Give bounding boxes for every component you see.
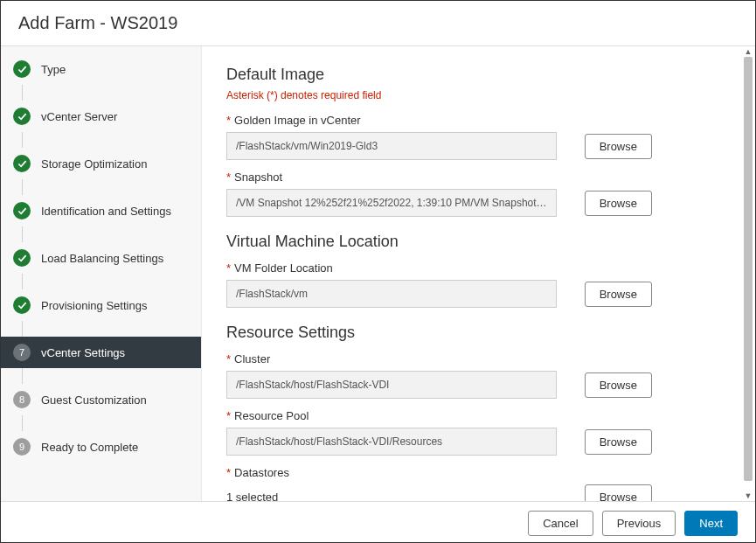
- check-icon: [13, 155, 31, 172]
- step-label: Load Balancing Settings: [41, 252, 163, 265]
- browse-button-snapshot[interactable]: Browse: [585, 191, 652, 216]
- step-number-icon: 7: [13, 344, 31, 361]
- browse-button-resource-pool[interactable]: Browse: [585, 429, 652, 455]
- sidebar-step-type[interactable]: Type: [1, 53, 201, 85]
- wizard-sidebar: Type vCenter Server Storage Optimization…: [1, 46, 202, 501]
- browse-button-datastores[interactable]: Browse: [585, 484, 652, 501]
- check-icon: [13, 108, 31, 125]
- label-cluster: *Cluster: [226, 352, 731, 365]
- check-icon: [13, 296, 31, 314]
- step-connector: [1, 85, 201, 101]
- step-connector: [1, 132, 201, 148]
- label-resource-pool: *Resource Pool: [226, 409, 731, 422]
- main-content: Default Image Asterisk (*) denotes requi…: [202, 46, 755, 501]
- scrollbar[interactable]: ▲ ▼: [743, 46, 753, 501]
- label-datastores: *Datastores: [226, 466, 731, 479]
- step-label: Identification and Settings: [41, 205, 171, 218]
- check-icon: [13, 202, 31, 219]
- datastores-selected-text: 1 selected: [226, 487, 278, 501]
- scroll-thumb[interactable]: [744, 57, 753, 481]
- sidebar-step-identification[interactable]: Identification and Settings: [1, 195, 201, 226]
- label-vm-folder: *VM Folder Location: [226, 261, 731, 275]
- step-label: Guest Customization: [41, 393, 147, 407]
- sidebar-step-load-balancing[interactable]: Load Balancing Settings: [1, 242, 201, 274]
- step-connector: [1, 274, 201, 289]
- scroll-track[interactable]: [744, 57, 753, 491]
- sidebar-step-vcenter-settings[interactable]: 7 vCenter Settings: [1, 337, 201, 368]
- cancel-button[interactable]: Cancel: [528, 511, 593, 536]
- sidebar-step-storage-optimization[interactable]: Storage Optimization: [1, 148, 201, 179]
- step-label: vCenter Settings: [41, 346, 125, 359]
- step-connector: [1, 226, 201, 242]
- input-resource-pool[interactable]: [226, 428, 557, 456]
- step-connector: [1, 368, 201, 384]
- check-icon: [13, 60, 31, 78]
- scroll-up-icon[interactable]: ▲: [745, 46, 753, 57]
- browse-button-vm-folder[interactable]: Browse: [585, 282, 652, 307]
- dialog-footer: Cancel Previous Next: [1, 501, 755, 543]
- section-title-vm-location: Virtual Machine Location: [226, 233, 731, 251]
- scroll-down-icon[interactable]: ▼: [745, 491, 753, 501]
- step-label: Provisioning Settings: [41, 299, 147, 312]
- input-snapshot[interactable]: [226, 189, 557, 217]
- input-vm-folder[interactable]: [226, 280, 557, 308]
- sidebar-step-guest-customization[interactable]: 8 Guest Customization: [1, 384, 201, 415]
- step-label: Type: [41, 63, 66, 76]
- check-icon: [13, 249, 31, 267]
- sidebar-step-vcenter-server[interactable]: vCenter Server: [1, 101, 201, 132]
- step-label: Ready to Complete: [41, 441, 138, 454]
- input-golden-image[interactable]: [226, 132, 557, 160]
- input-cluster[interactable]: [226, 371, 557, 399]
- step-label: vCenter Server: [41, 110, 117, 123]
- dialog-title: Add Farm - WS2019: [1, 1, 755, 46]
- sidebar-step-provisioning[interactable]: Provisioning Settings: [1, 289, 201, 321]
- section-title-resource-settings: Resource Settings: [226, 324, 731, 342]
- step-connector: [1, 415, 201, 431]
- step-number-icon: 8: [13, 391, 31, 408]
- step-label: Storage Optimization: [41, 157, 147, 171]
- browse-button-golden-image[interactable]: Browse: [585, 134, 652, 159]
- section-title-default-image: Default Image: [226, 66, 731, 84]
- previous-button[interactable]: Previous: [602, 511, 676, 536]
- label-golden-image: *Golden Image in vCenter: [226, 114, 731, 127]
- label-snapshot: *Snapshot: [226, 171, 731, 184]
- step-number-icon: 9: [13, 438, 31, 456]
- browse-button-cluster[interactable]: Browse: [585, 372, 652, 398]
- sidebar-step-ready-complete[interactable]: 9 Ready to Complete: [1, 431, 201, 463]
- next-button[interactable]: Next: [684, 511, 738, 536]
- step-connector: [1, 321, 201, 337]
- dialog-body: Type vCenter Server Storage Optimization…: [1, 46, 755, 501]
- required-field-note: Asterisk (*) denotes required field: [226, 89, 731, 101]
- step-connector: [1, 179, 201, 195]
